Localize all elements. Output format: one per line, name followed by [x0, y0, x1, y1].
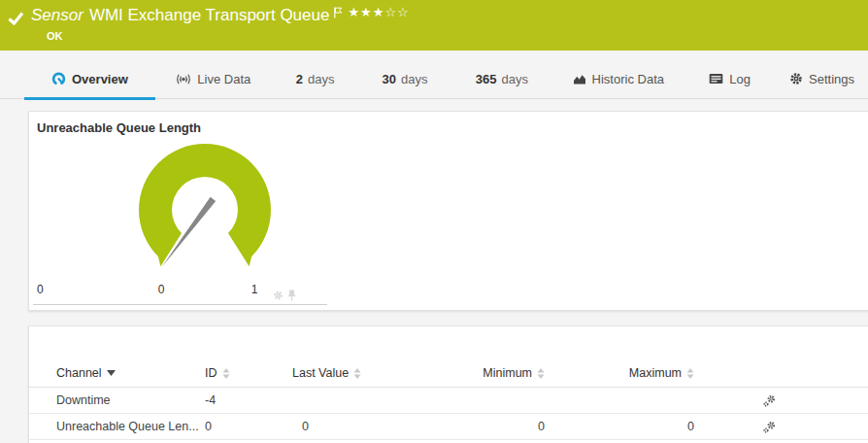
channel-id: 0 — [205, 420, 292, 433]
channel-table: Channel ID Last Value Minimum Maximum — [29, 359, 868, 440]
tab-label: Settings — [809, 72, 854, 86]
tab-historic-data[interactable]: Historic Data — [552, 58, 684, 99]
gauge-panel: Unreachable Queue Length 0 1 0 — [28, 111, 868, 311]
tab-number: 2 — [296, 72, 303, 86]
tab-label: Log — [729, 72, 751, 86]
tab-30-days[interactable]: 30 days — [359, 58, 451, 99]
gauge-settings-gear-icon[interactable] — [273, 290, 284, 301]
tab-number: 30 — [383, 72, 396, 86]
channel-table-panel: Channel ID Last Value Minimum Maximum — [28, 325, 868, 443]
gauge-corner-toolbar — [273, 290, 296, 301]
channel-id: -4 — [205, 393, 292, 407]
object-kind-label: Sensor — [31, 6, 83, 25]
flag-icon[interactable] — [333, 7, 343, 18]
tab-365-days[interactable]: 365 days — [451, 58, 552, 99]
channel-name: Unreachable Queue Len... — [56, 420, 205, 433]
tab-label: Historic Data — [592, 72, 664, 86]
table-row[interactable]: Unreachable Queue Len... 0 0 0 0 — [29, 414, 868, 440]
gauge-scale-min: 0 — [158, 283, 165, 296]
channel-settings-icon[interactable] — [763, 421, 776, 433]
sensor-header-line: Sensor WMI Exchange Transport Queue ★★★☆… — [8, 6, 410, 25]
table-row[interactable]: Downtime -4 — [29, 388, 868, 414]
column-header-minimum[interactable]: Minimum — [399, 366, 545, 380]
sensor-header-bar: Sensor WMI Exchange Transport Queue ★★★☆… — [0, 0, 868, 51]
sort-desc-icon — [107, 370, 116, 376]
status-badge: OK — [47, 30, 63, 42]
tab-number: 365 — [476, 72, 497, 86]
sort-both-icon — [353, 368, 361, 379]
column-header-maximum[interactable]: Maximum — [545, 366, 694, 380]
tab-label: days — [308, 72, 334, 86]
sort-both-icon — [222, 368, 230, 379]
graph-axis-zero-label: 0 — [37, 283, 44, 296]
gauge-scale-max: 1 — [251, 283, 258, 296]
tab-settings[interactable]: Settings — [776, 58, 868, 99]
page-title: WMI Exchange Transport Queue — [89, 6, 330, 25]
channel-name: Downtime — [56, 393, 205, 407]
column-header-id[interactable]: ID — [205, 366, 292, 380]
tab-live-data[interactable]: Live Data — [155, 58, 272, 99]
tab-label: days — [502, 72, 528, 86]
table-header-row: Channel ID Last Value Minimum Maximum — [29, 359, 868, 388]
tab-bar: Overview Live Data 2 days 30 days 365 da… — [0, 58, 868, 99]
channel-maximum: 0 — [545, 420, 694, 433]
log-list-icon — [709, 73, 723, 85]
live-signal-icon — [176, 73, 191, 85]
tab-label: Live Data — [197, 72, 250, 86]
tab-label: Overview — [72, 72, 128, 86]
tab-log[interactable]: Log — [684, 58, 776, 99]
column-header-last-value[interactable]: Last Value — [292, 366, 399, 380]
priority-stars[interactable]: ★★★☆☆ — [348, 6, 409, 19]
tab-2-days[interactable]: 2 days — [272, 58, 359, 99]
channel-minimum: 0 — [399, 420, 545, 433]
column-label: Last Value — [292, 366, 349, 380]
gear-icon — [789, 72, 803, 85]
channel-last-value: 0 — [292, 420, 399, 433]
sort-both-icon — [537, 368, 545, 379]
gauge-icon — [51, 72, 66, 86]
area-chart-icon — [573, 73, 586, 85]
gauge-chart: 0 1 — [113, 118, 297, 302]
sensor-overview-page: Sensor WMI Exchange Transport Queue ★★★☆… — [0, 0, 868, 443]
tab-label: days — [401, 72, 427, 86]
column-label: Minimum — [483, 366, 532, 380]
tab-overview[interactable]: Overview — [24, 58, 155, 99]
status-check-icon — [8, 11, 24, 25]
sort-both-icon — [686, 368, 694, 379]
column-label: Maximum — [629, 366, 682, 380]
column-header-channel[interactable]: Channel — [56, 366, 205, 380]
column-label: ID — [205, 366, 217, 380]
graph-baseline — [33, 304, 327, 305]
pin-icon[interactable] — [287, 290, 296, 301]
channel-settings-icon[interactable] — [763, 394, 776, 407]
column-label: Channel — [56, 366, 102, 380]
